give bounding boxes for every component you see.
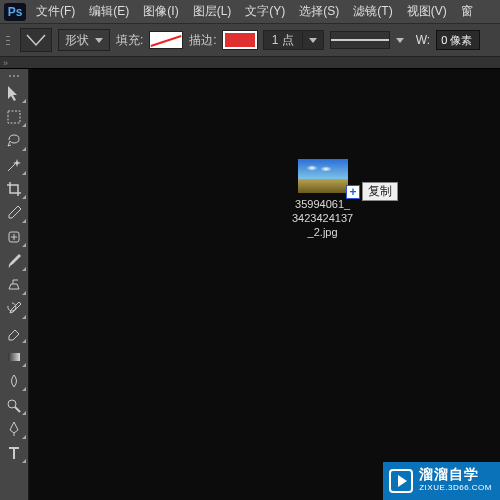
play-icon [389, 469, 413, 493]
dodge-tool[interactable] [1, 393, 27, 416]
stroke-size-picker[interactable]: 1 点 [263, 30, 324, 50]
stroke-label: 描边: [189, 32, 216, 49]
move-tool[interactable] [1, 81, 27, 104]
svg-rect-0 [8, 111, 20, 123]
toolbox [0, 69, 29, 500]
canvas-area[interactable]: 35994061_ 3423424137 _2.jpg + 复制 [29, 69, 500, 500]
width-input[interactable]: 0 像素 [436, 30, 480, 50]
options-handle[interactable] [4, 27, 14, 53]
svg-point-3 [8, 400, 16, 408]
chevron-down-icon [309, 38, 317, 43]
type-tool[interactable] [1, 441, 27, 464]
watermark-url: ZIXUE.3D66.COM [419, 481, 492, 495]
menu-edit[interactable]: 编辑(E) [89, 3, 129, 20]
blur-tool[interactable] [1, 369, 27, 392]
expand-tabs-icon[interactable]: » [3, 58, 8, 68]
lasso-tool[interactable] [1, 129, 27, 152]
stroke-size-value: 1 点 [264, 32, 303, 49]
width-label: W: [416, 33, 430, 47]
drag-tooltip: + 复制 [346, 182, 398, 201]
brush-tool[interactable] [1, 249, 27, 272]
marquee-tool[interactable] [1, 105, 27, 128]
menu-bar: Ps 文件(F) 编辑(E) 图像(I) 图层(L) 文字(Y) 选择(S) 滤… [0, 0, 500, 23]
menu-select[interactable]: 选择(S) [299, 3, 339, 20]
thumb-image [298, 159, 348, 193]
fill-swatch[interactable] [149, 31, 183, 49]
shape-mode-dropdown[interactable]: 形状 [58, 29, 110, 51]
healing-brush-tool[interactable] [1, 225, 27, 248]
pen-tool[interactable] [1, 417, 27, 440]
menu-image[interactable]: 图像(I) [143, 3, 178, 20]
menu-view[interactable]: 视图(V) [407, 3, 447, 20]
shape-mode-label: 形状 [65, 32, 89, 49]
menu-layer[interactable]: 图层(L) [193, 3, 232, 20]
chevron-down-icon [95, 38, 103, 43]
crop-tool[interactable] [1, 177, 27, 200]
workspace: 35994061_ 3423424137 _2.jpg + 复制 [0, 69, 500, 500]
dragged-file-thumb[interactable]: 35994061_ 3423424137 _2.jpg [292, 159, 353, 239]
thumb-filename: 35994061_ 3423424137 _2.jpg [292, 197, 353, 239]
tool-preset-picker[interactable] [20, 28, 52, 52]
menu-file[interactable]: 文件(F) [36, 3, 75, 20]
chevron-down-icon [396, 38, 404, 43]
document-tab-strip: » [0, 57, 500, 69]
svg-rect-2 [8, 353, 20, 361]
menu-filter[interactable]: 滤镜(T) [353, 3, 392, 20]
menu-text[interactable]: 文字(Y) [245, 3, 285, 20]
options-bar: 形状 填充: 描边: 1 点 W: 0 像素 [0, 23, 500, 57]
history-brush-tool[interactable] [1, 297, 27, 320]
watermark-title: 溜溜自学 [419, 467, 492, 481]
eraser-tool[interactable] [1, 321, 27, 344]
plus-icon: + [346, 185, 360, 199]
menu-window[interactable]: 窗 [461, 3, 473, 20]
drag-tooltip-label: 复制 [362, 182, 398, 201]
toolbox-grip[interactable] [0, 71, 28, 80]
fill-label: 填充: [116, 32, 143, 49]
gradient-tool[interactable] [1, 345, 27, 368]
stroke-swatch[interactable] [223, 31, 257, 49]
clone-stamp-tool[interactable] [1, 273, 27, 296]
watermark: 溜溜自学 ZIXUE.3D66.COM [383, 462, 500, 500]
eyedropper-tool[interactable] [1, 201, 27, 224]
magic-wand-tool[interactable] [1, 153, 27, 176]
app-logo: Ps [4, 3, 26, 21]
stroke-style-picker[interactable] [330, 31, 390, 49]
